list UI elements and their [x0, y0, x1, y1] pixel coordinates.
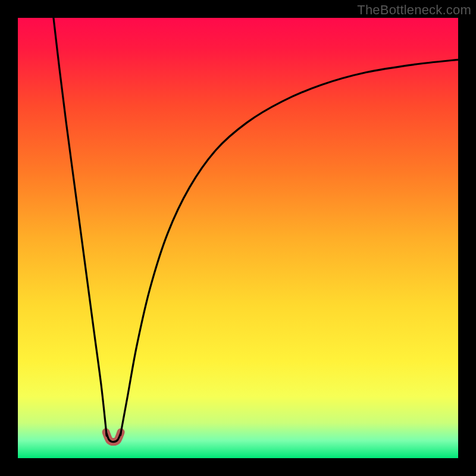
plot-area [18, 18, 458, 458]
chart-frame: TheBottleneck.com [0, 0, 476, 476]
watermark-text: TheBottleneck.com [357, 2, 471, 18]
bottleneck-curve-chart [18, 18, 458, 458]
gradient-background [18, 18, 458, 458]
